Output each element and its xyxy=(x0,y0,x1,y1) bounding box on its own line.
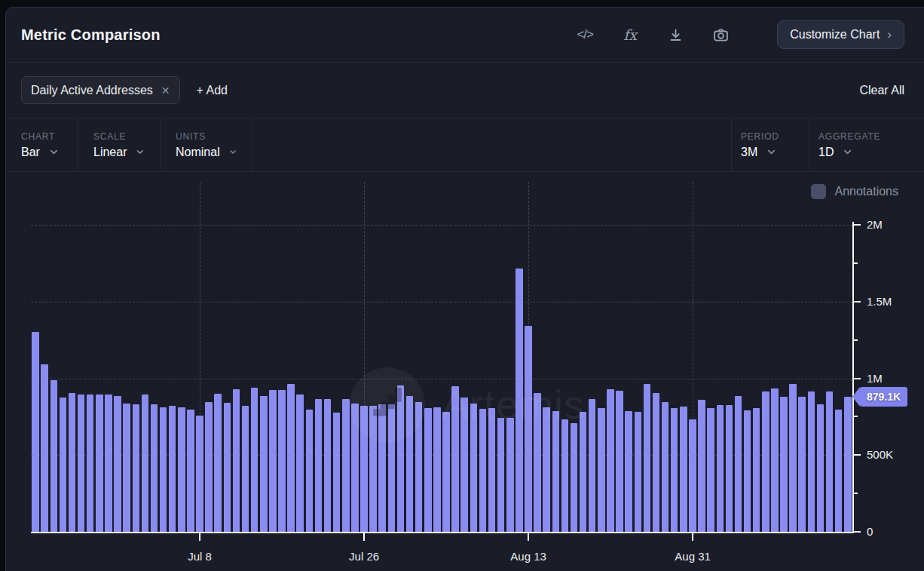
bar[interactable] xyxy=(114,396,121,532)
bar[interactable] xyxy=(442,412,450,532)
x-axis-tick xyxy=(199,533,200,541)
bar[interactable] xyxy=(653,393,660,532)
bar[interactable] xyxy=(571,423,578,532)
bar[interactable] xyxy=(242,406,249,532)
bar[interactable] xyxy=(178,407,185,532)
close-icon[interactable]: ✕ xyxy=(161,84,170,97)
bar[interactable] xyxy=(214,394,222,532)
bar[interactable] xyxy=(151,404,158,532)
bar[interactable] xyxy=(817,404,825,532)
bar[interactable] xyxy=(771,388,779,532)
bar[interactable] xyxy=(744,410,751,532)
bar[interactable] xyxy=(717,405,724,532)
bar[interactable] xyxy=(762,391,769,532)
bar[interactable] xyxy=(224,403,231,532)
y-axis-tick xyxy=(852,378,861,379)
bar[interactable] xyxy=(424,408,432,532)
bar[interactable] xyxy=(187,410,194,532)
bar[interactable] xyxy=(607,389,614,532)
chart-controls: CHART Bar SCALE Linear UNITS Nominal PER… xyxy=(6,118,924,171)
add-metric-button[interactable]: + Add xyxy=(197,84,228,97)
bar[interactable] xyxy=(333,413,341,532)
bar[interactable] xyxy=(233,389,240,532)
latest-value-badge: 879.1K xyxy=(852,387,907,407)
bar[interactable] xyxy=(306,410,314,532)
annotations-checkbox[interactable] xyxy=(811,184,826,199)
clear-all-button[interactable]: Clear All xyxy=(859,84,904,97)
bar[interactable] xyxy=(342,399,350,532)
metric-chip[interactable]: Daily Active Addresses ✕ xyxy=(21,76,180,104)
x-axis-tick xyxy=(528,533,529,541)
bar[interactable] xyxy=(680,407,687,532)
camera-icon[interactable] xyxy=(712,26,729,43)
bar[interactable] xyxy=(525,326,532,532)
bar[interactable] xyxy=(196,416,203,532)
units-dropdown[interactable]: UNITS Nominal xyxy=(161,118,252,171)
bar[interactable] xyxy=(315,399,323,532)
bar[interactable] xyxy=(635,412,642,532)
y-axis-tick xyxy=(852,224,861,226)
bar[interactable] xyxy=(269,390,277,532)
y-axis-minor-tick xyxy=(852,262,858,264)
bar-chart-plot xyxy=(31,225,852,532)
bar[interactable] xyxy=(32,332,39,532)
bar[interactable] xyxy=(598,408,605,532)
bar[interactable] xyxy=(616,391,623,532)
bar[interactable] xyxy=(324,399,332,532)
bar[interactable] xyxy=(69,393,76,532)
bar[interactable] xyxy=(835,410,843,532)
bar[interactable] xyxy=(580,412,587,532)
bar[interactable] xyxy=(826,391,834,532)
bar[interactable] xyxy=(287,384,295,532)
scale-dropdown[interactable]: SCALE Linear xyxy=(78,118,161,171)
period-value: 3M xyxy=(741,146,757,159)
bar[interactable] xyxy=(808,391,815,532)
bar[interactable] xyxy=(506,418,514,532)
bar[interactable] xyxy=(726,405,733,532)
bar[interactable] xyxy=(205,402,213,532)
bar[interactable] xyxy=(662,402,669,532)
bar[interactable] xyxy=(433,407,441,532)
bar[interactable] xyxy=(142,394,149,532)
bar[interactable] xyxy=(105,394,112,532)
bar[interactable] xyxy=(497,418,505,532)
bar[interactable] xyxy=(644,384,651,532)
bar[interactable] xyxy=(798,397,806,532)
code-icon[interactable]: </> xyxy=(577,26,593,43)
chart-type-dropdown[interactable]: CHART Bar xyxy=(6,118,78,171)
bar[interactable] xyxy=(625,411,632,532)
bar[interactable] xyxy=(296,394,304,532)
bar[interactable] xyxy=(260,396,268,532)
bar[interactable] xyxy=(123,404,130,533)
period-dropdown[interactable]: PERIOD 3M xyxy=(731,118,809,171)
bar[interactable] xyxy=(698,400,705,532)
bar[interactable] xyxy=(561,419,569,532)
bar[interactable] xyxy=(753,408,760,532)
function-icon[interactable]: fx xyxy=(622,26,638,43)
bar[interactable] xyxy=(671,408,678,532)
metric-chip-label: Daily Active Addresses xyxy=(31,84,153,97)
bar[interactable] xyxy=(278,390,286,532)
bar[interactable] xyxy=(87,394,94,532)
customize-chart-button[interactable]: Customize Chart › xyxy=(777,20,904,49)
bar[interactable] xyxy=(844,397,852,532)
bar[interactable] xyxy=(689,419,696,532)
bar[interactable] xyxy=(160,407,167,532)
bar[interactable] xyxy=(251,388,259,532)
bar[interactable] xyxy=(41,364,48,532)
aggregate-dropdown[interactable]: AGGREGATE 1D xyxy=(809,118,924,171)
bar[interactable] xyxy=(589,399,596,532)
bar[interactable] xyxy=(780,397,788,532)
bar[interactable] xyxy=(707,408,714,532)
bar[interactable] xyxy=(789,384,797,532)
bar[interactable] xyxy=(169,406,176,532)
bar[interactable] xyxy=(735,396,742,532)
bar[interactable] xyxy=(133,404,140,532)
download-icon[interactable] xyxy=(667,26,684,43)
bar[interactable] xyxy=(60,398,67,532)
bar[interactable] xyxy=(50,380,58,533)
aggregate-label: AGGREGATE xyxy=(818,131,915,142)
bar[interactable] xyxy=(552,411,560,532)
bar[interactable] xyxy=(78,394,85,532)
bar[interactable] xyxy=(96,394,103,532)
